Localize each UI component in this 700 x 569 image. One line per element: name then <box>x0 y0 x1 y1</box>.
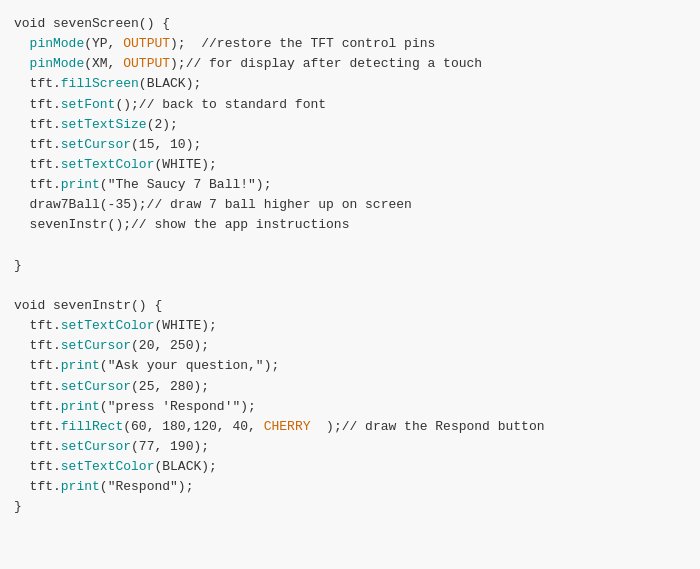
code-container: void sevenScreen() { pinMode(YP, OUTPUT)… <box>0 0 700 569</box>
blank-line-2 <box>0 276 700 296</box>
code-line-9: tft.print("The Saucy 7 Ball!"); <box>0 175 700 195</box>
blank-line-1 <box>0 236 700 256</box>
code-line-2: pinMode(YP, OUTPUT); //restore the TFT c… <box>0 34 700 54</box>
code-line-23: tft.setTextColor(BLACK); <box>0 457 700 477</box>
code-line-10: draw7Ball(-35);// draw 7 ball higher up … <box>0 195 700 215</box>
code-line-24: tft.print("Respond"); <box>0 477 700 497</box>
code-line-25: } <box>0 497 700 517</box>
code-line-13: } <box>0 256 700 276</box>
code-line-19: tft.setCursor(25, 280); <box>0 377 700 397</box>
code-line-8: tft.setTextColor(WHITE); <box>0 155 700 175</box>
code-line-11: sevenInstr();// show the app instruction… <box>0 215 700 235</box>
code-line-20: tft.print("press 'Respond'"); <box>0 397 700 417</box>
code-line-1: void sevenScreen() { <box>0 14 700 34</box>
code-line-7: tft.setCursor(15, 10); <box>0 135 700 155</box>
code-line-5: tft.setFont();// back to standard font <box>0 95 700 115</box>
code-block: void sevenScreen() { pinMode(YP, OUTPUT)… <box>0 10 700 522</box>
code-line-17: tft.setCursor(20, 250); <box>0 336 700 356</box>
code-line-21: tft.fillRect(60, 180,120, 40, CHERRY );/… <box>0 417 700 437</box>
code-line-22: tft.setCursor(77, 190); <box>0 437 700 457</box>
code-line-15: void sevenInstr() { <box>0 296 700 316</box>
code-line-16: tft.setTextColor(WHITE); <box>0 316 700 336</box>
code-line-18: tft.print("Ask your question,"); <box>0 356 700 376</box>
code-line-6: tft.setTextSize(2); <box>0 115 700 135</box>
code-line-3: pinMode(XM, OUTPUT);// for display after… <box>0 54 700 74</box>
code-line-4: tft.fillScreen(BLACK); <box>0 74 700 94</box>
